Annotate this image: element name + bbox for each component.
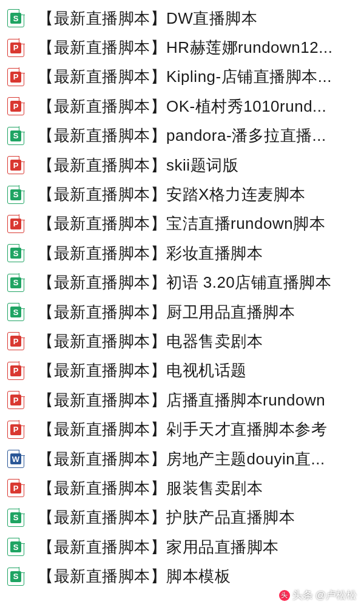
file-name: 【最新直播脚本】OK-植村秀1010rund... bbox=[38, 96, 357, 117]
file-name: 【最新直播脚本】服装售卖剧本 bbox=[38, 478, 357, 499]
doc-file-icon: W bbox=[7, 450, 24, 468]
xls-file-icon: S bbox=[7, 568, 24, 586]
file-name: 【最新直播脚本】DW直播脚本 bbox=[38, 8, 357, 29]
icon-letter: S bbox=[10, 13, 21, 24]
xls-file-icon: S bbox=[7, 186, 24, 204]
icon-letter: P bbox=[10, 395, 21, 405]
file-row[interactable]: S【最新直播脚本】家用品直播脚本 bbox=[0, 532, 364, 561]
ppt-file-icon: P bbox=[7, 215, 24, 233]
icon-letter: S bbox=[10, 512, 21, 523]
file-name: 【最新直播脚本】安踏X格力连麦脚本 bbox=[38, 184, 357, 205]
ppt-file-icon: P bbox=[7, 97, 24, 115]
icon-letter: P bbox=[10, 42, 21, 53]
file-row[interactable]: P【最新直播脚本】店播直播脚本rundown bbox=[0, 385, 364, 415]
file-row[interactable]: P【最新直播脚本】OK-植村秀1010rund... bbox=[0, 92, 364, 121]
xls-file-icon: S bbox=[7, 303, 24, 321]
icon-letter: P bbox=[10, 101, 21, 112]
ppt-file-icon: P bbox=[7, 156, 24, 174]
file-row[interactable]: S【最新直播脚本】护肤产品直播脚本 bbox=[0, 503, 364, 532]
file-row[interactable]: P【最新直播脚本】HR赫莲娜rundown12... bbox=[0, 33, 364, 62]
file-name: 【最新直播脚本】电器售卖剧本 bbox=[38, 331, 357, 352]
icon-letter: P bbox=[10, 160, 21, 171]
file-name: 【最新直播脚本】家用品直播脚本 bbox=[38, 537, 357, 558]
file-name: 【最新直播脚本】pandora-潘多拉直播... bbox=[38, 125, 357, 146]
file-name: 【最新直播脚本】店播直播脚本rundown bbox=[38, 390, 357, 411]
watermark-prefix: 头条 bbox=[292, 588, 313, 602]
ppt-file-icon: P bbox=[7, 391, 24, 409]
file-row[interactable]: P【最新直播脚本】宝洁直播rundown脚本 bbox=[0, 209, 364, 239]
file-name: 【最新直播脚本】彩妆直播脚本 bbox=[38, 243, 357, 264]
icon-letter: W bbox=[10, 453, 21, 464]
file-name: 【最新直播脚本】厨卫用品直播脚本 bbox=[38, 302, 357, 323]
file-name: 【最新直播脚本】脚本模板 bbox=[38, 566, 357, 587]
icon-letter: S bbox=[10, 248, 21, 259]
xls-file-icon: S bbox=[7, 509, 24, 527]
icon-letter: S bbox=[10, 541, 21, 552]
xls-file-icon: S bbox=[7, 244, 24, 262]
icon-letter: S bbox=[10, 571, 21, 582]
icon-letter: S bbox=[10, 131, 21, 141]
file-name: 【最新直播脚本】护肤产品直播脚本 bbox=[38, 507, 357, 528]
watermark-handle: @卢松松 bbox=[315, 588, 357, 602]
ppt-file-icon: P bbox=[7, 479, 24, 497]
xls-file-icon: S bbox=[7, 9, 24, 27]
file-row[interactable]: W【最新直播脚本】房地产主题douyin直... bbox=[0, 444, 364, 473]
icon-letter: S bbox=[10, 307, 21, 317]
icon-letter: P bbox=[10, 219, 21, 229]
file-row[interactable]: P【最新直播脚本】电视机话题 bbox=[0, 356, 364, 385]
file-name: 【最新直播脚本】剁手天才直播脚本参考 bbox=[38, 419, 357, 440]
ppt-file-icon: P bbox=[7, 421, 24, 439]
file-name: 【最新直播脚本】skii题词版 bbox=[38, 155, 357, 176]
file-row[interactable]: P【最新直播脚本】Kipling-店铺直播脚本... bbox=[0, 63, 364, 92]
file-row[interactable]: P【最新直播脚本】电器售卖剧本 bbox=[0, 327, 364, 356]
file-row[interactable]: S【最新直播脚本】厨卫用品直播脚本 bbox=[0, 297, 364, 327]
xls-file-icon: S bbox=[7, 127, 24, 145]
toutiao-icon: 头 bbox=[279, 590, 290, 601]
watermark: 头 头条 @卢松松 bbox=[279, 588, 357, 602]
file-row[interactable]: P【最新直播脚本】服装售卖剧本 bbox=[0, 473, 364, 503]
file-row[interactable]: S【最新直播脚本】初语 3.20店铺直播脚本 bbox=[0, 268, 364, 297]
file-name: 【最新直播脚本】房地产主题douyin直... bbox=[38, 449, 357, 470]
ppt-file-icon: P bbox=[7, 39, 24, 57]
ppt-file-icon: P bbox=[7, 332, 24, 350]
xls-file-icon: S bbox=[7, 538, 24, 556]
ppt-file-icon: P bbox=[7, 362, 24, 380]
file-name: 【最新直播脚本】Kipling-店铺直播脚本... bbox=[38, 66, 357, 87]
file-name: 【最新直播脚本】初语 3.20店铺直播脚本 bbox=[38, 272, 357, 293]
file-row[interactable]: P【最新直播脚本】剁手天才直播脚本参考 bbox=[0, 415, 364, 444]
icon-letter: P bbox=[10, 365, 21, 376]
icon-letter: S bbox=[10, 189, 21, 200]
file-name: 【最新直播脚本】宝洁直播rundown脚本 bbox=[38, 213, 357, 234]
file-row[interactable]: S【最新直播脚本】DW直播脚本 bbox=[0, 4, 364, 33]
file-list: S【最新直播脚本】DW直播脚本P【最新直播脚本】HR赫莲娜rundown12..… bbox=[0, 0, 364, 595]
icon-letter: P bbox=[10, 424, 21, 435]
file-row[interactable]: P【最新直播脚本】skii题词版 bbox=[0, 151, 364, 180]
xls-file-icon: S bbox=[7, 274, 24, 292]
file-row[interactable]: S【最新直播脚本】pandora-潘多拉直播... bbox=[0, 121, 364, 151]
file-name: 【最新直播脚本】HR赫莲娜rundown12... bbox=[38, 37, 357, 58]
file-row[interactable]: S【最新直播脚本】彩妆直播脚本 bbox=[0, 239, 364, 268]
file-name: 【最新直播脚本】电视机话题 bbox=[38, 360, 357, 381]
icon-letter: P bbox=[10, 483, 21, 493]
ppt-file-icon: P bbox=[7, 68, 24, 86]
icon-letter: P bbox=[10, 72, 21, 83]
file-row[interactable]: S【最新直播脚本】安踏X格力连麦脚本 bbox=[0, 180, 364, 209]
file-row[interactable]: S【最新直播脚本】脚本模板 bbox=[0, 561, 364, 591]
icon-letter: P bbox=[10, 336, 21, 347]
icon-letter: S bbox=[10, 277, 21, 288]
